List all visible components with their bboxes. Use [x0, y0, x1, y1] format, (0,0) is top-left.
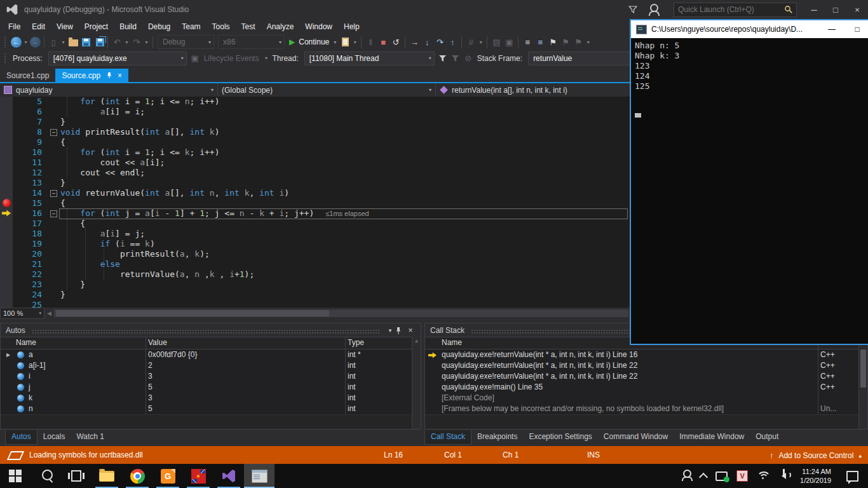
menu-tools[interactable]: Tools: [207, 20, 236, 34]
step-into-icon[interactable]: ↓: [421, 35, 433, 49]
add-to-source-control-button[interactable]: ↑ Add to Source Control ▴: [770, 451, 862, 460]
call-stack-row[interactable]: quayluiday.exe!returnValue(int * a, int …: [425, 349, 867, 361]
chrome-button[interactable]: [122, 464, 153, 488]
people-tray-icon[interactable]: [679, 464, 696, 488]
step-over-icon[interactable]: ↷: [433, 35, 446, 49]
tab-immediate-window[interactable]: Immediate Window: [674, 430, 750, 444]
column-value[interactable]: Value: [148, 338, 167, 347]
suspend-threads-icon[interactable]: ⊘: [462, 51, 475, 65]
fold-collapse-icon[interactable]: −: [50, 129, 57, 136]
autos-column-header[interactable]: Name Value Type: [1, 337, 421, 349]
undo-dropdown[interactable]: ▾: [123, 35, 130, 49]
call-stack-scrollbar[interactable]: [858, 337, 867, 429]
fold-collapse-icon[interactable]: −: [50, 190, 57, 197]
console-window[interactable]: C:\Users\nguye\source\repos\quayluiday\D…: [630, 19, 868, 345]
pin-icon[interactable]: [395, 327, 405, 334]
wifi-tray-icon[interactable]: [752, 464, 774, 488]
apply-code-changes-icon[interactable]: [339, 35, 351, 49]
scrollbar-thumb[interactable]: [860, 349, 866, 388]
file-explorer-button[interactable]: [92, 464, 122, 488]
restart-icon[interactable]: ↺: [390, 35, 402, 49]
visual-studio-button[interactable]: [214, 464, 244, 488]
menu-build[interactable]: Build: [114, 20, 142, 34]
autos-row[interactable]: k3int: [1, 393, 421, 404]
stop-debugging-icon[interactable]: ■: [377, 35, 390, 49]
minimize-button[interactable]: ─: [803, 1, 825, 18]
window-position-dropdown-icon[interactable]: ▾: [385, 327, 395, 334]
console-output[interactable]: Nhap n: 5Nhap k: 3123124125: [631, 38, 868, 92]
autos-row[interactable]: n5int: [1, 403, 421, 415]
pdf-app-button[interactable]: G: [153, 464, 183, 488]
call-stack-row[interactable]: quayluiday.exe!returnValue(int * a, int …: [425, 360, 867, 372]
tab-watch-1[interactable]: Watch 1: [71, 430, 110, 444]
scrollbar-thumb[interactable]: [56, 310, 329, 316]
expander-icon[interactable]: ▶: [6, 349, 10, 360]
show-next-statement-icon[interactable]: →: [408, 35, 421, 49]
toggle-bookmark-icon[interactable]: ⚑: [546, 35, 559, 49]
console-window-button[interactable]: [244, 464, 275, 488]
autos-title-bar[interactable]: Autos ▾ ×: [1, 323, 421, 337]
menu-analyze[interactable]: Analyze: [261, 20, 300, 34]
filter-notifications-icon[interactable]: [628, 6, 637, 14]
menu-test[interactable]: Test: [236, 20, 261, 34]
volume-tray-icon[interactable]: [774, 464, 794, 488]
next-bookmark-icon[interactable]: ⚑: [572, 35, 585, 49]
tab-source.cpp[interactable]: Source.cpp×: [55, 69, 128, 82]
column-type[interactable]: Type: [348, 338, 364, 347]
close-icon[interactable]: ×: [405, 326, 416, 335]
lifecycle-events-icon[interactable]: ▣: [189, 51, 201, 65]
feedback-icon[interactable]: [650, 4, 658, 12]
toggle-outlining-icon[interactable]: ≡: [521, 35, 534, 49]
start-button[interactable]: [0, 464, 31, 488]
new-file-dropdown[interactable]: ▾: [60, 35, 67, 49]
collapse-outlining-icon[interactable]: ≡: [534, 35, 546, 49]
step-out-icon[interactable]: ↑: [446, 35, 459, 49]
pin-icon[interactable]: [106, 72, 112, 79]
autos-row[interactable]: i3int: [1, 371, 421, 383]
call-stack-row[interactable]: quayluiday.exe!main() Line 35C++: [425, 382, 867, 393]
diagnostic-tools-icon[interactable]: #: [465, 35, 477, 49]
navigate-forward-icon[interactable]: →: [30, 37, 41, 48]
console-maximize-button[interactable]: □: [844, 25, 868, 34]
navigate-backward-dropdown[interactable]: ▾: [22, 35, 29, 49]
tab-source1.cpp[interactable]: Source1.cpp: [0, 69, 55, 82]
scroll-left-arrow[interactable]: ◀: [47, 310, 51, 316]
autos-row[interactable]: a[i-1]2int: [1, 360, 421, 372]
scope-dropdown[interactable]: (Global Scope) ▾: [218, 83, 436, 97]
diagnostic-tools-dropdown[interactable]: ▾: [477, 35, 484, 49]
zoom-dropdown[interactable]: 100 % ▾: [0, 308, 44, 319]
menu-debug[interactable]: Debug: [142, 20, 176, 34]
close-icon[interactable]: ×: [118, 71, 122, 80]
project-dropdown[interactable]: quayluiday ▾: [0, 83, 218, 97]
breakpoint-icon[interactable]: [3, 199, 11, 207]
save-all-icon[interactable]: [92, 35, 105, 49]
console-title-bar[interactable]: C:\Users\nguye\source\repos\quayluiday\D…: [631, 20, 868, 38]
save-icon[interactable]: [79, 35, 92, 49]
call-stack-row[interactable]: [Frames below may be incorrect and/or mi…: [425, 403, 867, 415]
menu-file[interactable]: File: [3, 20, 26, 34]
dictionary-app-button[interactable]: ✶: [183, 464, 214, 488]
autos-row[interactable]: ▶a0x00fdf7d0 {0}int *: [1, 349, 421, 361]
task-view-button[interactable]: [61, 464, 92, 488]
thread-combo[interactable]: [11080] Main Thread▾: [304, 51, 435, 65]
continue-button[interactable]: ▶Continue▾: [289, 37, 336, 46]
solution-configurations-combo[interactable]: Debug▾: [158, 35, 214, 49]
toolbar-overflow[interactable]: ▾: [585, 35, 592, 49]
new-file-icon[interactable]: ▯: [47, 35, 60, 49]
quick-launch-box[interactable]: [674, 3, 797, 17]
display-security-tray-icon[interactable]: [711, 464, 732, 488]
navigate-backward-icon[interactable]: ←: [11, 37, 22, 48]
menu-project[interactable]: Project: [79, 20, 114, 34]
call-stack-row[interactable]: quayluiday.exe!returnValue(int * a, int …: [425, 371, 867, 383]
menu-view[interactable]: View: [51, 20, 79, 34]
parallel-stacks-icon[interactable]: ▣: [503, 35, 515, 49]
action-center-button[interactable]: [837, 464, 868, 488]
lifecycle-events-dropdown[interactable]: ▾: [262, 51, 269, 65]
previous-bookmark-icon[interactable]: ⚑: [559, 35, 572, 49]
show-flagged-threads-icon[interactable]: [437, 51, 449, 65]
solution-platforms-combo[interactable]: x86▾: [218, 35, 285, 49]
show-threads-in-source-icon[interactable]: ▤: [490, 35, 503, 49]
tab-breakpoints[interactable]: Breakpoints: [471, 430, 523, 444]
tab-autos[interactable]: Autos: [5, 430, 37, 445]
menu-window[interactable]: Window: [299, 20, 338, 34]
